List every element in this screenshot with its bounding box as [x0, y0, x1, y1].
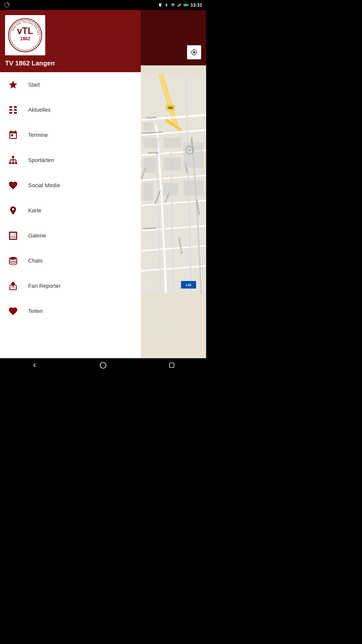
- menu-label-termine: Termine: [28, 132, 48, 138]
- menu-item-termine[interactable]: Termine: [0, 123, 141, 148]
- svg-rect-64: [143, 138, 158, 148]
- svg-rect-20: [12, 156, 14, 158]
- svg-rect-17: [14, 109, 17, 111]
- back-icon: [31, 362, 38, 369]
- svg-rect-36: [9, 287, 17, 290]
- svg-text:vTL: vTL: [17, 26, 33, 36]
- svg-rect-34: [11, 236, 16, 237]
- svg-rect-22: [12, 162, 14, 164]
- image-icon: [6, 229, 20, 243]
- recent-button[interactable]: [164, 358, 179, 372]
- svg-rect-8: [184, 4, 187, 6]
- svg-rect-15: [14, 106, 17, 108]
- club-name: TV 1862 Langen: [5, 59, 55, 67]
- calendar-icon: [6, 128, 20, 142]
- home-icon: [100, 362, 107, 369]
- menu-item-fan-reporter[interactable]: Fan Reporter: [0, 273, 141, 299]
- svg-rect-18: [9, 112, 12, 114]
- svg-rect-70: [163, 183, 178, 195]
- status-bar-left: [4, 2, 10, 8]
- svg-rect-4: [180, 3, 181, 7]
- status-bar-right: 13:31: [158, 3, 202, 8]
- menu-item-aktuelles[interactable]: Aktuelles: [0, 97, 141, 123]
- svg-rect-71: [184, 180, 204, 195]
- menu-label-galerie: Galerie: [28, 232, 46, 239]
- logo-container: vTL 1862 Deine Stadt. Dein Sport. Dein V…: [5, 15, 45, 55]
- svg-rect-65: [143, 158, 156, 173]
- svg-rect-69: [143, 183, 153, 200]
- svg-rect-23: [15, 162, 17, 164]
- menu-label-karte: Karte: [28, 207, 41, 214]
- svg-rect-7: [188, 5, 188, 6]
- menu-item-teilen[interactable]: Teilen: [0, 299, 141, 324]
- svg-text:M: M: [189, 149, 191, 152]
- back-button[interactable]: [27, 358, 42, 372]
- map-pin-icon: [6, 204, 20, 218]
- menu-item-social-media[interactable]: Social Media: [0, 173, 141, 198]
- crosshair-icon: [190, 49, 198, 56]
- battery-status-icon: [184, 3, 189, 7]
- map-area: Feldstraße Gabelsbergerstraße Wallstraße…: [141, 10, 206, 358]
- database-icon: [6, 254, 20, 268]
- svg-rect-19: [14, 112, 17, 114]
- drawer-menu: Start Aktuelles: [0, 72, 141, 358]
- svg-text:486: 486: [168, 106, 173, 110]
- svg-rect-67: [163, 158, 181, 170]
- menu-item-start[interactable]: Start: [0, 72, 141, 97]
- menu-item-karte[interactable]: Karte: [0, 198, 141, 223]
- svg-rect-14: [9, 106, 12, 108]
- menu-label-teilen: Teilen: [28, 308, 42, 314]
- menu-label-fan-reporter: Fan Reporter: [28, 283, 61, 289]
- club-logo: vTL 1862 Deine Stadt. Dein Sport. Dein V…: [8, 18, 43, 53]
- status-bar: 13:31: [0, 0, 206, 10]
- signal-status-icon: [177, 3, 182, 7]
- bluetooth-status-icon: [164, 3, 168, 7]
- svg-rect-1: [178, 5, 178, 7]
- recent-icon: [169, 362, 175, 368]
- svg-rect-21: [9, 162, 11, 164]
- upload-icon: [6, 279, 20, 293]
- svg-rect-63: [143, 123, 153, 130]
- svg-text:Lidl: Lidl: [186, 283, 191, 287]
- drawer: vTL 1862 Deine Stadt. Dein Sport. Dein V…: [0, 10, 141, 358]
- svg-rect-66: [163, 138, 181, 148]
- menu-item-chats[interactable]: Chats: [0, 248, 141, 273]
- svg-point-35: [9, 257, 17, 260]
- location-button[interactable]: [187, 45, 201, 59]
- menu-item-galerie[interactable]: Galerie: [0, 223, 141, 248]
- grid-icon: [6, 103, 20, 117]
- svg-rect-77: [169, 363, 174, 368]
- menu-label-chats: Chats: [28, 258, 42, 264]
- home-button[interactable]: [96, 358, 111, 372]
- main-container: vTL 1862 Deine Stadt. Dein Sport. Dein V…: [0, 10, 206, 358]
- menu-label-aktuelles: Aktuelles: [28, 107, 51, 113]
- menu-label-sportarten: Sportarten: [28, 157, 54, 164]
- star-icon: [6, 78, 20, 92]
- menu-label-social-media: Social Media: [28, 182, 60, 189]
- menu-item-sportarten[interactable]: Sportarten: [0, 148, 141, 173]
- bottom-nav: [0, 358, 206, 372]
- spinner-icon: [4, 2, 10, 8]
- drawer-header: vTL 1862 Deine Stadt. Dein Sport. Dein V…: [0, 10, 141, 72]
- svg-point-76: [100, 362, 106, 368]
- svg-rect-16: [9, 109, 12, 111]
- hierarchy-icon: [6, 153, 20, 167]
- svg-text:1862: 1862: [20, 36, 30, 41]
- menu-label-start: Start: [28, 82, 40, 88]
- status-time: 13:31: [191, 3, 202, 8]
- location-status-icon: [158, 3, 162, 7]
- heart-share-icon: [6, 304, 20, 318]
- heart-icon: [6, 178, 20, 192]
- svg-rect-68: [184, 143, 204, 168]
- wifi-status-icon: [170, 3, 175, 7]
